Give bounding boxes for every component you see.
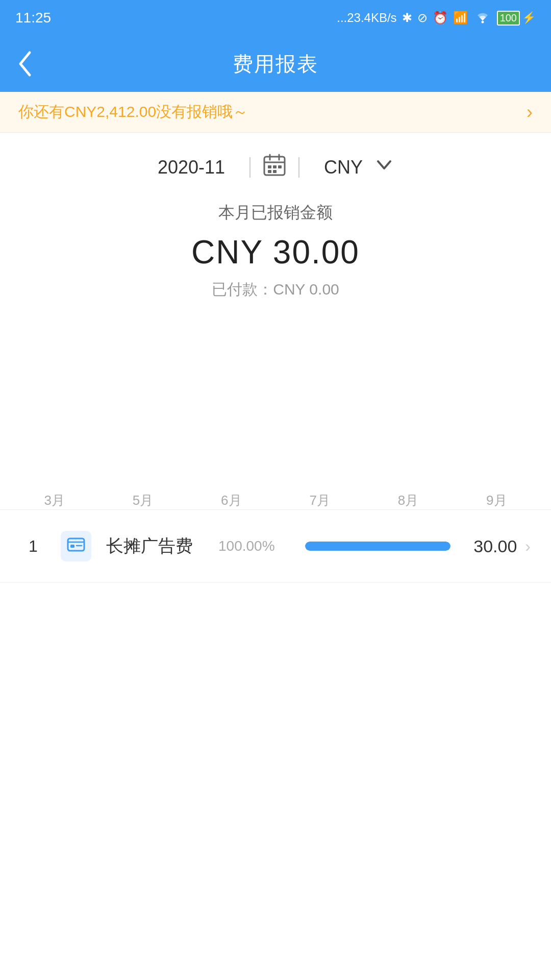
svg-rect-8 bbox=[268, 170, 271, 173]
notice-text: 你还有CNY2,412.00没有报销哦～ bbox=[18, 102, 248, 122]
svg-rect-12 bbox=[70, 545, 74, 548]
category-index: 1 bbox=[20, 537, 46, 556]
category-bar bbox=[305, 542, 450, 551]
signal-text: ...23.4KB/s bbox=[337, 11, 396, 25]
svg-point-0 bbox=[481, 21, 484, 23]
svg-rect-5 bbox=[268, 165, 271, 168]
chart-month-8: 8月 bbox=[398, 492, 418, 509]
paid-label: 已付款：CNY 0.00 bbox=[0, 279, 551, 300]
bluetooth-icon: ✱ bbox=[402, 11, 412, 25]
chart-month-5: 5月 bbox=[133, 492, 153, 509]
divider-1 bbox=[249, 157, 251, 178]
page-title: 费用报表 bbox=[233, 50, 318, 78]
category-type-icon bbox=[66, 534, 86, 558]
chart-month-7: 7月 bbox=[309, 492, 330, 509]
filter-date[interactable]: 2020-11 bbox=[158, 157, 237, 178]
svg-rect-10 bbox=[68, 538, 84, 551]
dropdown-icon[interactable] bbox=[375, 156, 393, 179]
main-content: 2020-11 CNY 本月已报销金额 CNY 30.00 bbox=[0, 133, 551, 583]
chart-month-9: 9月 bbox=[486, 492, 507, 509]
category-name: 长摊广告费 bbox=[106, 534, 218, 558]
svg-rect-6 bbox=[273, 165, 277, 168]
amount-label: 本月已报销金额 bbox=[0, 202, 551, 224]
nav-bar: 费用报表 bbox=[0, 36, 551, 92]
wifi-icon bbox=[473, 9, 492, 27]
calendar-icon[interactable] bbox=[263, 153, 286, 181]
amount-value: CNY 30.00 bbox=[0, 233, 551, 271]
category-list: 1 长摊广告费 100.00% 30. bbox=[0, 510, 551, 583]
status-icons: ...23.4KB/s ✱ ⊘ ⏰ 📶 100 ⚡ bbox=[337, 9, 536, 27]
category-chevron-icon: › bbox=[525, 537, 531, 556]
chart-month-labels: 3月 5月 6月 7月 8月 9月 bbox=[0, 492, 551, 509]
status-bar: 11:25 ...23.4KB/s ✱ ⊘ ⏰ 📶 100 ⚡ bbox=[0, 0, 551, 36]
filter-row: 2020-11 CNY bbox=[0, 153, 551, 181]
icon-box bbox=[61, 531, 91, 561]
back-button[interactable] bbox=[15, 48, 36, 79]
chart-month-3: 3月 bbox=[44, 492, 64, 509]
category-amount: 30.00 bbox=[461, 536, 517, 556]
alarm-icon: ⏰ bbox=[433, 11, 448, 25]
divider-2 bbox=[298, 157, 299, 178]
chart-area: 3月 5月 6月 7月 8月 9月 bbox=[0, 315, 551, 509]
filter-currency[interactable]: CNY bbox=[312, 157, 375, 178]
category-icon-wrap bbox=[58, 528, 94, 564]
status-time: 11:25 bbox=[15, 10, 51, 26]
svg-rect-7 bbox=[278, 165, 282, 168]
mute-icon: ⊘ bbox=[417, 11, 428, 25]
network-icon: 📶 bbox=[453, 11, 468, 25]
category-bar-wrap bbox=[305, 542, 450, 551]
svg-rect-9 bbox=[273, 170, 277, 173]
notice-banner[interactable]: 你还有CNY2,412.00没有报销哦～ › bbox=[0, 92, 551, 133]
amount-section: 本月已报销金额 CNY 30.00 已付款：CNY 0.00 bbox=[0, 202, 551, 300]
category-percent: 100.00% bbox=[218, 538, 295, 554]
chart-month-6: 6月 bbox=[221, 492, 241, 509]
notice-arrow: › bbox=[527, 102, 533, 123]
battery-icon: 100 ⚡ bbox=[497, 11, 536, 26]
category-item[interactable]: 1 长摊广告费 100.00% 30. bbox=[0, 510, 551, 583]
